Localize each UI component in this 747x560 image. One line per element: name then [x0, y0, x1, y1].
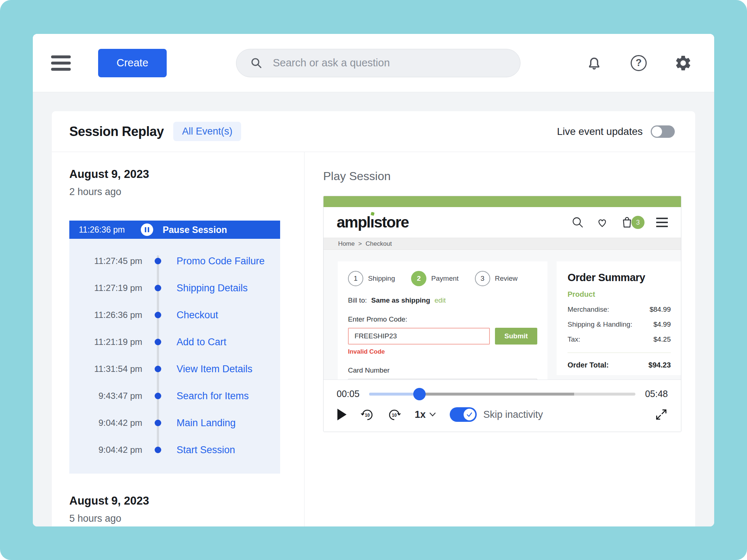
order-summary-row-value: $84.99 [650, 306, 671, 314]
bell-icon [586, 55, 603, 71]
promo-submit-button: Submit [495, 328, 537, 345]
event-list: 11:27:45 pm Promo Code Failure 11:27:19 … [69, 239, 280, 474]
event-link[interactable]: Main Landing [174, 417, 280, 429]
fullscreen-button[interactable] [655, 408, 668, 421]
global-search[interactable] [236, 49, 520, 77]
rewind-10-button[interactable]: 10 [361, 408, 374, 421]
order-summary-title: Order Summary [568, 272, 671, 284]
wishlist-heart-icon [596, 216, 609, 229]
top-nav-bar: Create [33, 34, 714, 92]
event-link[interactable]: View Item Details [174, 363, 280, 375]
seek-bar-played [369, 393, 420, 396]
create-button[interactable]: Create [98, 49, 167, 77]
store-menu-icon [656, 218, 668, 227]
breadcrumb: Home > Checkout [324, 238, 681, 250]
event-link[interactable]: Shipping Details [174, 283, 280, 294]
order-summary-card: Order Summary Product Merchandise: $84.9… [557, 261, 681, 375]
gear-icon [674, 54, 692, 72]
pause-session-label: Pause Session [163, 225, 227, 235]
event-time: 11:27:19 pm [69, 283, 142, 293]
breadcrumb-separator: > [358, 240, 362, 248]
timeline-pane: August 9, 2023 2 hours ago 11:26:36 pm P… [52, 152, 305, 526]
session-group-relative-time: 2 hours ago [69, 186, 304, 198]
timeline-event-row[interactable]: 9:04:42 pm Start Session [69, 436, 280, 463]
order-total-value: $94.23 [649, 361, 671, 369]
event-dot-icon [155, 312, 161, 318]
edit-billing-link: edit [434, 296, 446, 304]
bill-to-value: Same as shipping [371, 296, 430, 304]
order-summary-row-value: $4.25 [653, 335, 671, 343]
timeline-event-row[interactable]: 9:43:47 pm Search for Items [69, 382, 280, 409]
event-time: 11:31:54 pm [69, 364, 142, 374]
pause-icon [141, 223, 153, 236]
checkout-steps: 1 Shipping 2 Payment 3 [348, 271, 537, 286]
order-summary-rows: Merchandise: $84.99 Shipping & Handling:… [568, 306, 671, 343]
event-dot-icon [155, 285, 161, 291]
order-summary-row: Merchandise: $84.99 [568, 306, 671, 314]
promo-error-text: Invalid Code [348, 348, 537, 355]
promo-code-input [348, 328, 490, 345]
expand-icon [655, 408, 668, 421]
order-total-label: Order Total: [568, 361, 609, 369]
page-title: Session Replay [69, 124, 164, 139]
promo-code-label: Enter Promo Code: [348, 315, 537, 323]
app-window: Create [33, 34, 714, 526]
help-icon [631, 55, 647, 71]
event-time: 9:04:42 pm [69, 445, 142, 455]
event-time: 9:43:47 pm [69, 391, 142, 401]
event-dot-icon [155, 366, 161, 372]
replay-store-topbar [324, 196, 681, 207]
event-link[interactable]: Checkout [174, 310, 280, 321]
order-summary-row-value: $4.99 [653, 320, 671, 328]
live-updates-toggle[interactable] [651, 125, 675, 138]
event-link[interactable]: Start Session [174, 444, 280, 456]
pause-session-time: 11:26:36 pm [69, 225, 137, 235]
event-dot-icon [155, 339, 161, 345]
main-menu-icon[interactable] [51, 55, 71, 71]
seek-bar-knob[interactable] [413, 388, 426, 400]
skip-inactivity-toggle[interactable] [450, 407, 477, 422]
forward-10-button[interactable]: 10 [388, 408, 401, 421]
timeline-event-row[interactable]: 11:27:19 pm Shipping Details [69, 275, 280, 302]
event-dot-icon [155, 258, 161, 264]
settings-button[interactable] [674, 54, 692, 72]
session-replay-card: Session Replay All Event(s) Live event u… [52, 111, 695, 526]
event-time: 11:21:19 pm [69, 337, 142, 347]
check-icon [466, 411, 473, 418]
seek-bar[interactable] [369, 393, 636, 396]
event-link[interactable]: Search for Items [174, 390, 280, 402]
help-button[interactable] [630, 54, 648, 72]
timeline-event-row[interactable]: 9:04:42 pm Main Landing [69, 409, 280, 436]
timeline-event-row[interactable]: 11:26:36 pm Checkout [69, 302, 280, 328]
all-events-badge[interactable]: All Event(s) [173, 122, 241, 141]
event-dot-icon [155, 447, 161, 453]
search-input[interactable] [273, 57, 509, 69]
timeline-event-row[interactable]: 11:27:45 pm Promo Code Failure [69, 248, 280, 275]
cart-count-badge: 3 [631, 216, 645, 229]
event-time: 9:04:42 pm [69, 418, 142, 428]
breadcrumb-current: Checkout [365, 240, 392, 248]
notifications-button[interactable] [585, 54, 603, 72]
timeline-event-row[interactable]: 11:21:19 pm Add to Cart [69, 328, 280, 355]
event-link[interactable]: Add to Cart [174, 337, 280, 348]
breadcrumb-home: Home [338, 240, 355, 248]
skip-inactivity-label: Skip inactivity [483, 409, 543, 420]
play-button[interactable] [337, 408, 347, 421]
session-group-relative-time: 5 hours ago [69, 512, 304, 525]
order-summary-section: Product [568, 290, 671, 299]
order-summary-row-label: Shipping & Handling: [568, 320, 632, 328]
pause-session-bar[interactable]: 11:26:36 pm Pause Session [69, 221, 280, 239]
event-link[interactable]: Promo Code Failure [174, 256, 280, 267]
session-group-date: August 9, 2023 [69, 494, 304, 508]
store-logo: amplıstore [337, 214, 409, 231]
order-summary-row: Tax: $4.25 [568, 335, 671, 343]
next-session-group: August 9, 2023 5 hours ago [69, 494, 304, 525]
main-content: Session Replay All Event(s) Live event u… [33, 92, 714, 526]
timeline-event-row[interactable]: 11:31:54 pm View Item Details [69, 355, 280, 382]
playback-speed-selector[interactable]: 1x [415, 409, 436, 420]
session-group-date: August 9, 2023 [69, 167, 304, 181]
session-replay-header: Session Replay All Event(s) Live event u… [52, 111, 695, 152]
order-summary-divider [568, 353, 671, 353]
step-payment: 2 Payment [411, 271, 458, 286]
replay-store-header: amplıstore [324, 207, 681, 238]
